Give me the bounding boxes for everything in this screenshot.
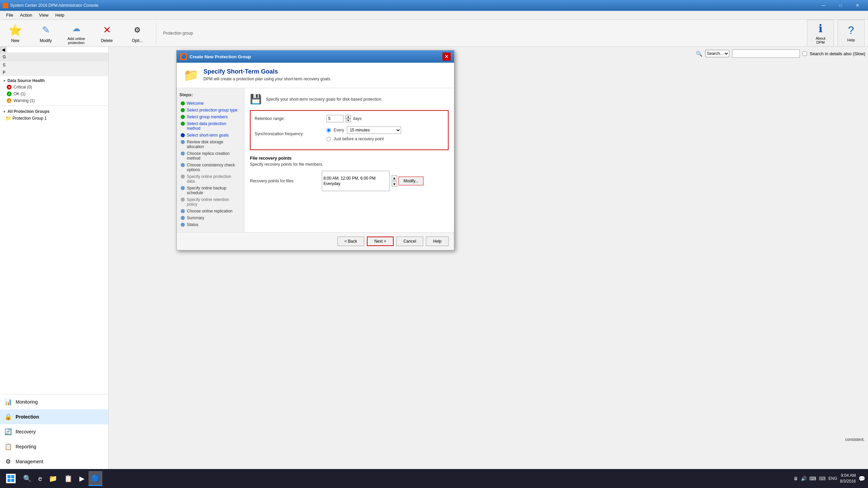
delete-button[interactable]: ✕ Delete [95, 23, 119, 43]
options-button[interactable]: ⚙ Opti... [125, 23, 149, 43]
options-label: Opti... [132, 38, 143, 43]
nav-management[interactable]: ⚙ Management [0, 454, 108, 469]
modal-heading: Specify Short-Term Goals [203, 68, 331, 75]
sync-radio-group: Every 15 minutes 30 minutes 1 hour 2 hou… [327, 126, 401, 141]
retention-increment[interactable]: ▲ [346, 115, 351, 119]
taskbar-edge[interactable]: e [36, 471, 45, 486]
step-select-type[interactable]: Select protection group type [179, 107, 241, 114]
taskbar-notes[interactable]: 📋 [61, 471, 75, 486]
modal-title-bar: 🔵 Create New Protection Group ✕ [177, 50, 454, 63]
delete-icon: ✕ [100, 23, 114, 37]
step-dot-welcome [181, 101, 185, 105]
back-button[interactable]: < Back [337, 237, 364, 246]
critical-icon: ✕ [7, 85, 12, 89]
modal-close-button[interactable]: ✕ [442, 53, 451, 61]
expand-arrow[interactable]: ▼ [3, 79, 6, 83]
status-warning[interactable]: ⚠ Warning (1) [0, 97, 108, 104]
protection-group-label: Protection group [163, 31, 193, 36]
add-online-protection-button[interactable]: ☁ Add onlineprotection [64, 22, 88, 45]
cancel-button[interactable]: Cancel [396, 237, 423, 246]
protection-group-1[interactable]: 📁 Protection Group 1 [0, 115, 108, 122]
retention-range-row: Retention range: ▲ ▼ days [255, 115, 444, 122]
taskbar-search[interactable]: 🔍 [20, 471, 34, 486]
search-input[interactable] [732, 49, 800, 58]
expand-arrow-2[interactable]: ▼ [3, 110, 6, 114]
search-details-checkbox[interactable] [803, 52, 807, 56]
start-button[interactable] [3, 470, 19, 487]
step-summary[interactable]: Summary [179, 215, 241, 221]
taskbar-dpm[interactable]: 🔵 [88, 471, 102, 486]
sidebar-divider [0, 105, 108, 106]
taskbar-explorer[interactable]: 📁 [46, 471, 60, 486]
nav-monitoring[interactable]: 📊 Monitoring [0, 394, 108, 409]
taskbar-powershell[interactable]: ▶ [77, 471, 87, 486]
warning-icon: ⚠ [7, 98, 12, 103]
help-button[interactable]: ? Help [837, 20, 865, 47]
volume-icon: 🔊 [801, 476, 807, 481]
step-review-disk[interactable]: Review disk storage allocation [179, 139, 241, 150]
title-bar-text: System Center 2016 DPM Administrator Con… [10, 3, 816, 8]
main-content: 🔍 Search... Search in details also (Slow… [108, 47, 868, 469]
sync-label: Synchronization frequency: [255, 131, 322, 136]
step-consistency[interactable]: Choose consistency check options [179, 162, 241, 173]
step-short-term-goals[interactable]: Select short-term goals [179, 132, 241, 139]
close-button[interactable]: ✕ [850, 1, 865, 9]
step-online-protection[interactable]: Specify online protection data [179, 173, 241, 185]
modify-label: Modify [40, 38, 52, 43]
search-details-label: Search in details also (Slow) [810, 51, 865, 56]
listbox-down-arrow[interactable]: ▼ [392, 181, 397, 187]
nav-recovery[interactable]: 🔄 Recovery [0, 424, 108, 439]
sync-every-label: Every [334, 128, 344, 133]
dialog-help-button[interactable]: Help [426, 237, 449, 246]
modal-header: 📁 Specify Short-Term Goals DPM will crea… [177, 63, 454, 88]
about-dpm-button[interactable]: ℹ AboutDPM [807, 20, 834, 47]
new-icon: ⭐ [8, 23, 22, 37]
next-button[interactable]: Next > [367, 237, 394, 246]
sync-before-row: Just before a recovery point [327, 137, 401, 141]
sync-before-radio[interactable] [327, 137, 331, 141]
about-icon: ℹ [818, 22, 823, 35]
new-button[interactable]: ⭐ New [3, 23, 27, 43]
sync-every-radio[interactable] [327, 128, 331, 133]
menu-file[interactable]: File [3, 12, 17, 18]
sync-before-label: Just before a recovery point [334, 137, 384, 141]
modify-button[interactable]: Modify... [398, 177, 423, 185]
step-select-members[interactable]: Select group members [179, 114, 241, 120]
title-bar: System Center 2016 DPM Administrator Con… [0, 0, 868, 11]
retention-spinner: ▲ ▼ [346, 115, 351, 122]
maximize-button[interactable]: □ [833, 1, 848, 9]
step-online-backup[interactable]: Specify online backup schedule [179, 185, 241, 196]
step-dot-status [181, 223, 185, 227]
listbox-up-arrow[interactable]: ▲ [392, 175, 397, 181]
step-welcome[interactable]: Welcome [179, 100, 241, 107]
search-type-select[interactable]: Search... [705, 50, 729, 57]
retention-decrement[interactable]: ▼ [346, 119, 351, 122]
step-replica[interactable]: Choose replica creation method [179, 150, 241, 162]
menu-view[interactable]: View [36, 12, 52, 18]
taskbar-right: 🖥 🔊 ⌨ ⌨ ENG 9:04 AM 8/3/2016 💬 [793, 473, 865, 484]
notification-icon[interactable]: 💬 [859, 475, 865, 482]
menu-help[interactable]: Help [52, 12, 68, 18]
modal-description: DPM will create a protection plan using … [203, 77, 331, 81]
status-ok[interactable]: ✓ OK (1) [0, 90, 108, 97]
step-dot-online-protection [181, 175, 185, 179]
step-dot-online-replication [181, 209, 185, 213]
nav-protection[interactable]: 🔒 Protection [0, 409, 108, 424]
header-folder-icon: 📁 [183, 68, 199, 82]
collapse-button[interactable]: ◀ [0, 47, 7, 53]
form-section: Retention range: ▲ ▼ days [250, 110, 449, 150]
retention-value-input[interactable] [327, 115, 343, 122]
modify-button[interactable]: ✎ Modify [34, 23, 58, 43]
recovery-points-title: File recovery points [250, 156, 449, 161]
step-status[interactable]: Status [179, 221, 241, 228]
all-protection-groups-header: ▼ All Protection Groups [0, 107, 108, 115]
nav-reporting[interactable]: 📋 Reporting [0, 439, 108, 454]
frequency-select[interactable]: 15 minutes 30 minutes 1 hour 2 hours 4 h… [347, 126, 401, 134]
step-select-protection[interactable]: Select data protection method [179, 120, 241, 132]
step-online-retention[interactable]: Specify online retention policy [179, 196, 241, 208]
menu-action[interactable]: Action [17, 12, 36, 18]
clock-time: 9:04 AM [840, 473, 856, 479]
step-online-replication[interactable]: Choose online replication [179, 208, 241, 215]
status-critical[interactable]: ✕ Critical (0) [0, 84, 108, 90]
minimize-button[interactable]: — [816, 1, 831, 9]
